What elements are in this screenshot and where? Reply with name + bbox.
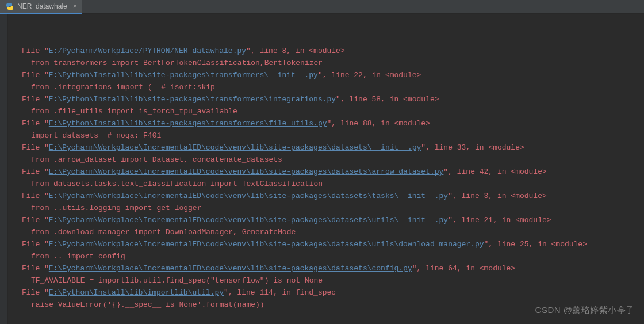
traceback-code-line: from .download_manager import DownloadMa… <box>13 226 644 238</box>
traceback-frame: File "E:\Pycharm\Workplace\IncrementalED… <box>13 238 644 250</box>
traceback-frame: File "E:\Pycharm\Workplace\IncrementalED… <box>13 142 644 154</box>
file-prefix: File " <box>22 240 49 249</box>
traceback-file-link[interactable]: E:\Python\Install\lib\importlib\util.py <box>49 288 224 297</box>
file-prefix: File " <box>22 119 49 128</box>
traceback-frame: File "E:/Pycharm/Workplace/PYTHON/NER_da… <box>13 45 644 57</box>
traceback-frame: File "E:\Python\Install\lib\site-package… <box>13 93 644 105</box>
traceback-file-link[interactable]: E:\Python\Install\lib\site-packages\tran… <box>49 71 318 79</box>
traceback-frame: File "E:\Pycharm\Workplace\IncrementalED… <box>13 166 644 178</box>
traceback-file-link[interactable]: E:\Pycharm\Workplace\IncrementalED\code\… <box>49 143 421 152</box>
traceback-code-line: from ..utils.logging import get_logger <box>13 202 644 214</box>
traceback-file-link[interactable]: E:\Pycharm\Workplace\IncrementalED\code\… <box>49 167 444 176</box>
traceback-location: ", line 33, in <module> <box>421 143 524 152</box>
run-console[interactable]: File "E:/Pycharm/Workplace/PYTHON/NER_da… <box>0 14 644 324</box>
file-prefix: File " <box>22 95 49 104</box>
traceback-code-line: from .. import config <box>13 250 644 262</box>
traceback-code-line: TF_AVAILABLE = importlib.util.find_spec(… <box>13 275 644 287</box>
traceback-frame: File "E:\Pycharm\Workplace\IncrementalED… <box>13 214 644 226</box>
traceback-file-link[interactable]: E:\Python\Install\lib\site-packages\tran… <box>49 119 327 128</box>
editor-tab-label: NER_datawhale <box>17 1 67 13</box>
traceback-file-link[interactable]: E:\Python\Install\lib\site-packages\tran… <box>49 95 336 104</box>
traceback-frame: File "E:\Pycharm\Workplace\IncrementalED… <box>13 190 644 202</box>
traceback-location: ", line 22, in <module> <box>318 71 421 79</box>
file-prefix: File " <box>22 143 49 152</box>
traceback-code-line: from .file_utils import is_torch_tpu_ava… <box>13 105 644 117</box>
traceback-code-line: from datasets.tasks.text_classification … <box>13 178 644 190</box>
traceback-location: ", line 8, in <module> <box>246 47 345 55</box>
traceback-file-link[interactable]: E:\Pycharm\Workplace\IncrementalED\code\… <box>49 216 448 224</box>
editor-tabbar: NER_datawhale × <box>0 0 644 14</box>
traceback-code-line: from .integrations import ( # isort:skip <box>13 81 644 93</box>
traceback-file-link[interactable]: E:\Pycharm\Workplace\IncrementalED\code\… <box>49 264 412 273</box>
traceback-block: File "E:/Pycharm/Workplace/PYTHON/NER_da… <box>13 45 644 311</box>
file-prefix: File " <box>22 167 49 176</box>
watermark-text: CSDN @薰珞婷紫小亭子 <box>535 304 635 316</box>
close-icon[interactable]: × <box>71 1 77 13</box>
traceback-file-link[interactable]: E:/Pycharm/Workplace/PYTHON/NER_datawhal… <box>49 47 246 55</box>
traceback-frame: File "E:\Python\Install\lib\importlib\ut… <box>13 287 644 299</box>
traceback-code-line: from transformers import BertForTokenCla… <box>13 57 644 69</box>
traceback-frame: File "E:\Pycharm\Workplace\IncrementalED… <box>13 262 644 275</box>
file-prefix: File " <box>22 192 49 200</box>
traceback-frame: File "E:\Python\Install\lib\site-package… <box>13 117 644 129</box>
file-prefix: File " <box>22 264 49 273</box>
traceback-location: ", line 21, in <module> <box>448 216 551 224</box>
file-prefix: File " <box>22 288 49 297</box>
editor-tab[interactable]: NER_datawhale × <box>0 0 82 14</box>
traceback-code-line: from .arrow_dataset import Dataset, conc… <box>13 154 644 166</box>
traceback-location: ", line 58, in <module> <box>336 95 439 104</box>
traceback-location: ", line 114, in find_spec <box>224 288 336 297</box>
traceback-location: ", line 88, in <module> <box>327 119 430 128</box>
file-prefix: File " <box>22 71 49 79</box>
file-prefix: File " <box>22 47 49 55</box>
traceback-frame: File "E:\Python\Install\lib\site-package… <box>13 69 644 81</box>
traceback-location: ", line 42, in <module> <box>443 167 546 176</box>
traceback-location: ", line 64, in <module> <box>412 264 515 273</box>
traceback-file-link[interactable]: E:\Pycharm\Workplace\IncrementalED\code\… <box>49 240 484 249</box>
traceback-location: ", line 25, in <module> <box>484 240 587 249</box>
file-prefix: File " <box>22 216 49 224</box>
traceback-location: ", line 3, in <module> <box>448 192 547 200</box>
traceback-code-line: import datasets # noqa: F401 <box>13 129 644 142</box>
traceback-file-link[interactable]: E:\Pycharm\Workplace\IncrementalED\code\… <box>49 192 448 200</box>
python-file-icon <box>6 2 14 10</box>
